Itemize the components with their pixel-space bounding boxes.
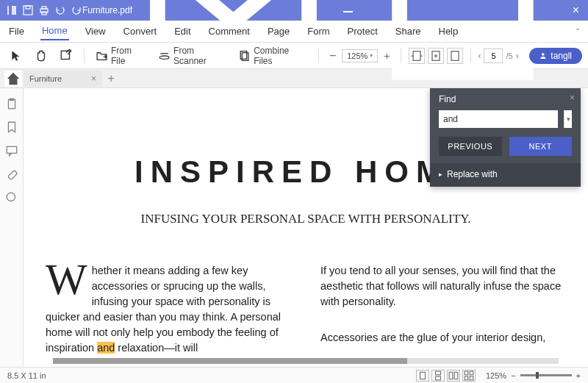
menu-form[interactable]: Form — [306, 23, 331, 40]
svg-rect-20 — [7, 146, 17, 153]
col2-text-a: If you tend to all your senses, you will… — [320, 263, 566, 309]
doc-col-left: Whether it means adding a few key access… — [46, 263, 291, 356]
save-icon[interactable] — [22, 4, 34, 16]
attachment-icon[interactable] — [5, 168, 18, 181]
combine-button[interactable]: Combine Files — [234, 43, 311, 68]
status-zoom-in[interactable]: + — [576, 371, 581, 380]
menu-view[interactable]: View — [84, 23, 107, 40]
svg-rect-29 — [465, 376, 468, 380]
find-input[interactable] — [439, 110, 558, 128]
svg-rect-5 — [42, 7, 46, 9]
view-facing-icon[interactable] — [447, 370, 460, 382]
svg-rect-18 — [8, 99, 15, 108]
from-scanner-button[interactable]: From Scanner — [154, 43, 230, 68]
zoom-slider[interactable] — [520, 374, 572, 376]
dropcap: W — [46, 263, 87, 296]
svg-point-10 — [159, 56, 169, 59]
search-panel-icon[interactable] — [5, 191, 18, 204]
actual-size-button[interactable] — [447, 48, 463, 64]
clipboard-icon[interactable] — [5, 97, 18, 110]
zoom-out-button[interactable]: − — [326, 49, 339, 62]
new-tab-button[interactable]: + — [104, 72, 118, 85]
home-tab-button[interactable] — [4, 71, 22, 87]
close-icon[interactable]: × — [573, 4, 579, 17]
find-next-button[interactable]: NEXT — [509, 137, 573, 156]
tab-label: Furniture — [29, 74, 62, 83]
svg-rect-25 — [449, 372, 453, 379]
svg-rect-26 — [454, 372, 458, 379]
menu-share[interactable]: Share — [394, 23, 423, 40]
svg-rect-13 — [413, 51, 420, 60]
col1-text-b: relaxation—it will — [115, 342, 198, 354]
workarea: INSPIRED HOME INFUSING YOUR PERSONAL SPA… — [0, 88, 588, 367]
view-facing-cont-icon[interactable] — [462, 370, 476, 382]
next-page-button[interactable]: › — [516, 51, 519, 61]
view-continuous-icon[interactable] — [431, 370, 445, 382]
svg-rect-14 — [432, 51, 440, 60]
horizontal-scrollbar[interactable] — [53, 358, 559, 364]
combine-label: Combine Files — [254, 46, 307, 66]
menu-comment[interactable]: Comment — [207, 23, 251, 40]
hand-tool[interactable] — [31, 47, 51, 65]
app-logo-icon — [6, 4, 18, 16]
view-single-icon[interactable] — [416, 370, 429, 382]
menu-home[interactable]: Home — [40, 22, 69, 40]
zoom-in-button[interactable]: + — [381, 50, 392, 62]
replace-toggle[interactable]: ▸ Replace with — [430, 163, 581, 187]
svg-rect-22 — [420, 372, 425, 379]
svg-rect-24 — [435, 376, 440, 380]
find-panel: × Find ▾ PREVIOUS NEXT ▸ Replace with — [430, 88, 581, 187]
scroll-thumb[interactable] — [53, 358, 407, 364]
prev-page-button[interactable]: ‹ — [478, 51, 481, 61]
bookmark-icon[interactable] — [5, 121, 18, 134]
comment-icon[interactable] — [5, 144, 18, 157]
edit-tool[interactable] — [56, 47, 76, 65]
find-previous-button[interactable]: PREVIOUS — [439, 137, 502, 156]
zoom-value[interactable]: 125%▾ — [342, 49, 378, 62]
user-button[interactable]: tangll — [529, 48, 582, 64]
tab-close-icon[interactable]: × — [91, 74, 96, 84]
status-zoom-value: 125% — [486, 371, 506, 380]
titlebar: Furniture.pdf × — [0, 0, 588, 21]
menu-edit[interactable]: Edit — [173, 23, 192, 40]
col2-text-b: Accessories are the glue of your interio… — [320, 330, 566, 346]
svg-point-17 — [542, 53, 545, 56]
undo-icon[interactable] — [54, 4, 66, 16]
document-tab[interactable]: Furniture × — [24, 71, 102, 87]
replace-label: Replace with — [447, 169, 498, 179]
find-close-icon[interactable]: × — [570, 93, 575, 103]
print-icon[interactable] — [38, 4, 50, 16]
svg-point-15 — [434, 54, 437, 57]
from-file-button[interactable]: From File — [92, 43, 150, 68]
search-highlight: and — [97, 342, 115, 354]
menu-file[interactable]: File — [7, 23, 26, 40]
status-zoom-out[interactable]: − — [511, 371, 515, 380]
from-file-label: From File — [111, 46, 146, 66]
svg-rect-16 — [451, 51, 459, 60]
svg-rect-3 — [26, 6, 30, 9]
svg-rect-28 — [470, 371, 473, 375]
statusbar: 8.5 X 11 in 125% − + — [0, 367, 588, 383]
fit-width-button[interactable] — [409, 48, 425, 64]
menu-convert[interactable]: Convert — [122, 23, 159, 40]
svg-rect-2 — [24, 6, 32, 15]
menu-help[interactable]: Help — [437, 23, 460, 40]
fit-page-button[interactable] — [428, 48, 444, 64]
svg-rect-27 — [465, 371, 468, 375]
menu-page[interactable]: Page — [266, 23, 291, 40]
collapse-ribbon-icon[interactable]: ⌃ — [575, 27, 581, 35]
menu-protect[interactable]: Protect — [346, 23, 379, 40]
svg-rect-1 — [9, 6, 12, 15]
select-tool[interactable] — [6, 47, 26, 65]
doc-columns: Whether it means adding a few key access… — [46, 263, 566, 356]
svg-rect-9 — [61, 51, 69, 59]
minimize-icon[interactable] — [343, 11, 353, 12]
zoom-slider-knob[interactable] — [536, 372, 539, 379]
page-input[interactable] — [484, 49, 503, 63]
user-label: tangll — [551, 51, 572, 61]
find-options-dropdown[interactable]: ▾ — [564, 110, 572, 128]
redo-icon[interactable] — [71, 4, 82, 16]
doc-col-right: If you tend to all your senses, you will… — [320, 263, 566, 356]
doc-subtitle: INFUSING YOUR PERSONAL SPACE WITH PERSON… — [46, 212, 566, 226]
svg-point-21 — [7, 193, 15, 201]
